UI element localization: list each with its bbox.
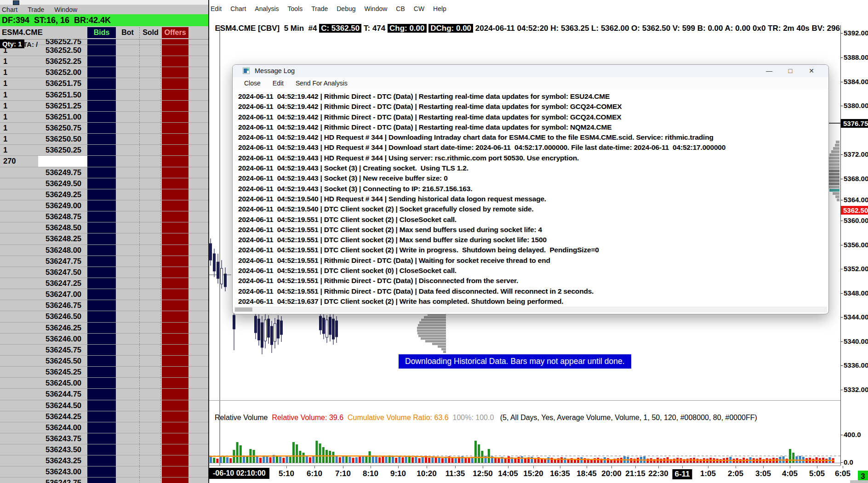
ladder-offers-cell[interactable]	[162, 422, 188, 433]
ladder-offers-cell[interactable]	[162, 278, 188, 289]
price-scale[interactable]: 5392.005388.005384.005380.005372.005368.…	[840, 25, 868, 466]
ladder-offers-cell[interactable]	[162, 256, 188, 267]
ladder-bids-cell[interactable]	[87, 256, 116, 267]
ladder-bids-cell[interactable]	[87, 411, 116, 422]
ladder-offers-cell[interactable]	[162, 178, 188, 189]
ladder-row[interactable]: 1536251.50	[0, 90, 208, 101]
ladder-offers-cell[interactable]	[162, 356, 188, 366]
ladder-bids-cell[interactable]	[87, 78, 116, 89]
ladder-row[interactable]: 536244.25	[0, 411, 208, 422]
ladder-bids-cell[interactable]	[87, 389, 116, 399]
ladder-row[interactable]: 536243.50	[0, 444, 208, 455]
ladder-offers-cell[interactable]	[162, 189, 188, 200]
close-button[interactable]: ✕	[801, 65, 822, 77]
ladder-offers-cell[interactable]	[162, 389, 188, 399]
ladder-menu-item-window[interactable]: Window	[54, 6, 77, 13]
ladder-row[interactable]: 536247.00	[0, 289, 208, 300]
ladder-row[interactable]: 536246.25	[0, 323, 208, 334]
ladder-bids-cell[interactable]	[87, 67, 116, 78]
ladder-row[interactable]: 270	[0, 156, 208, 167]
log-message-list[interactable]: 2024-06-11 04:52:19.442 | Rithmic Direct…	[234, 89, 827, 309]
ladder-bids-cell[interactable]	[87, 145, 116, 155]
ladder-price-cell[interactable]: 536246.25	[38, 323, 87, 333]
ladder-offers-cell[interactable]	[162, 400, 188, 411]
chart-menu-item-cw[interactable]: CW	[414, 5, 424, 12]
ladder-price-cell[interactable]: 536246.75	[38, 300, 87, 311]
ladder-offers-cell[interactable]	[162, 444, 188, 455]
message-log-dialog[interactable]: Message Log — □ ✕ CloseEditSend For Anal…	[232, 64, 829, 314]
ladder-bids-cell[interactable]	[87, 334, 116, 344]
ladder-bids-cell[interactable]	[87, 189, 116, 200]
ladder-bids-cell[interactable]	[87, 167, 116, 178]
ladder-row[interactable]: 536245.50	[0, 356, 208, 367]
ladder-bids-cell[interactable]	[87, 466, 116, 477]
chart-menu-item-edit[interactable]: Edit	[211, 5, 222, 12]
dom-price-ladder[interactable]: 1536252.751536252.501536252.251536252.00…	[0, 39, 208, 483]
ladder-price-cell[interactable]: 536244.00	[38, 422, 87, 433]
ladder-offers-cell[interactable]	[162, 345, 188, 355]
ladder-bids-cell[interactable]	[87, 267, 116, 278]
ladder-bids-cell[interactable]	[87, 101, 116, 111]
study-title[interactable]: Relative Volume	[215, 414, 270, 421]
ladder-row[interactable]: 536247.75	[0, 256, 208, 267]
ladder-row[interactable]: 536244.50	[0, 400, 208, 411]
ladder-row[interactable]: 536247.25	[0, 278, 208, 289]
ladder-row[interactable]: 1536251.75	[0, 78, 208, 89]
ladder-offers-cell[interactable]	[162, 233, 188, 244]
ladder-row[interactable]: 1536251.25	[0, 101, 208, 112]
ladder-row[interactable]: 536249.50	[0, 178, 208, 189]
ladder-bids-cell[interactable]	[87, 90, 116, 100]
ladder-bids-cell[interactable]	[87, 422, 116, 433]
ladder-bids-cell[interactable]	[87, 245, 116, 256]
chart-menu-item-chart[interactable]: Chart	[230, 5, 246, 12]
ladder-bids-cell[interactable]	[87, 200, 116, 211]
ladder-offers-cell[interactable]	[162, 267, 188, 278]
time-axis[interactable]: -06-10 02:10:00 5:106:107:108:109:1010:2…	[209, 466, 840, 483]
ladder-price-cell[interactable]: 536251.50	[38, 90, 87, 100]
ladder-offers-cell[interactable]	[162, 45, 188, 56]
ladder-bids-cell[interactable]	[87, 156, 116, 166]
ladder-bids-cell[interactable]	[87, 123, 116, 133]
chart-menu-item-help[interactable]: Help	[433, 5, 446, 12]
ladder-price-cell[interactable]: 536249.75	[38, 167, 87, 178]
ladder-price-cell[interactable]: 536243.50	[38, 444, 87, 455]
ladder-menu-item-chart[interactable]: Chart	[2, 6, 17, 13]
ladder-price-cell[interactable]: 536252.50	[38, 45, 87, 56]
ladder-offers-cell[interactable]	[162, 411, 188, 422]
ladder-price-cell[interactable]: 536247.25	[38, 278, 87, 289]
ladder-offers-cell[interactable]	[162, 39, 188, 45]
ladder-price-cell[interactable]: 536252.25	[38, 56, 87, 67]
ladder-row[interactable]: 536243.00	[0, 466, 208, 477]
ladder-price-cell[interactable]: 536246.00	[38, 334, 87, 344]
ladder-offers-cell[interactable]	[162, 433, 188, 444]
scrollbar-thumb[interactable]	[235, 307, 252, 312]
ladder-price-cell[interactable]: 536247.75	[38, 256, 87, 267]
ladder-offers-cell[interactable]	[162, 455, 188, 466]
ladder-price-cell[interactable]: 536243.25	[38, 455, 87, 466]
ladder-bids-cell[interactable]	[87, 323, 116, 333]
ladder-row[interactable]: 1536250.50	[0, 134, 208, 145]
ladder-bids-cell[interactable]	[87, 134, 116, 144]
dialog-menu-item-send-for-analysis[interactable]: Send For Analysis	[296, 80, 348, 87]
ladder-bids-cell[interactable]	[87, 112, 116, 122]
chart-menu-item-debug[interactable]: Debug	[337, 5, 355, 12]
ladder-price-cell[interactable]: 536242.75	[38, 477, 87, 483]
ladder-row[interactable]: 536243.25	[0, 455, 208, 466]
ladder-price-cell[interactable]: 536245.25	[38, 367, 87, 377]
ladder-bids-cell[interactable]	[87, 356, 116, 366]
ladder-price-cell[interactable]: 536250.75	[38, 123, 87, 133]
ladder-row[interactable]: 536243.75	[0, 433, 208, 444]
ladder-offers-cell[interactable]	[162, 56, 188, 67]
ladder-offers-cell[interactable]	[162, 101, 188, 111]
ladder-bids-cell[interactable]	[87, 45, 116, 56]
ladder-bids-cell[interactable]	[87, 400, 116, 411]
dialog-menu-item-close[interactable]: Close	[244, 80, 261, 87]
ladder-offers-cell[interactable]	[162, 378, 188, 388]
ladder-row[interactable]: 536244.00	[0, 422, 208, 433]
ladder-offers-cell[interactable]	[162, 289, 188, 300]
ladder-price-cell[interactable]: 536245.75	[38, 345, 87, 355]
ladder-bids-cell[interactable]	[87, 433, 116, 444]
horizontal-scrollbar[interactable]	[234, 307, 827, 313]
ladder-price-cell[interactable]: 536248.50	[38, 222, 87, 233]
ladder-bids-cell[interactable]	[87, 455, 116, 466]
